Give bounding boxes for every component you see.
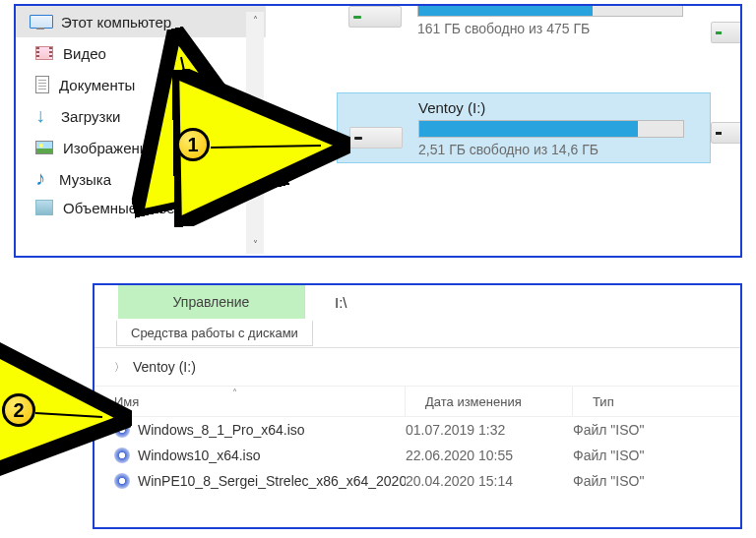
sidebar-item-video[interactable]: Видео (16, 37, 266, 69)
drive-usage-bar (418, 120, 684, 138)
sidebar-label: Загрузки (61, 108, 120, 125)
documents-icon (35, 76, 49, 93)
file-name: Windows10_x64.iso (138, 448, 261, 463)
drive-ventoy[interactable]: Ventoy (I:) 2,51 ГБ свободно из 14,6 ГБ (337, 92, 711, 163)
ribbon-subtab-row: Средства работы с дисками (94, 319, 740, 348)
address-bar[interactable]: I:\ (305, 285, 347, 319)
drive-usage-bar (417, 4, 683, 17)
music-icon (35, 170, 49, 188)
sidebar-item-music[interactable]: Музыка (16, 163, 266, 195)
sidebar-item-downloads[interactable]: Загрузки (16, 100, 266, 132)
pc-icon (30, 15, 51, 29)
sidebar-item-3d-objects[interactable]: Объемные объекты (16, 195, 266, 220)
drive-free-text: 161 ГБ свободно из 475 ГБ (417, 21, 703, 36)
panel-folder-contents: Управление I:\ Средства работы с дисками… (93, 283, 742, 529)
column-header-date[interactable]: Дата изменения (406, 387, 573, 416)
drive-ventoy-icon (346, 105, 405, 150)
drive-side-icon[interactable] (711, 22, 742, 43)
sidebar-label: Видео (63, 45, 106, 62)
iso-file-icon (114, 422, 130, 438)
ribbon-tab-manage[interactable]: Управление (118, 285, 305, 319)
file-name: Windows_8_1_Pro_x64.iso (138, 422, 305, 438)
file-type: Файл "ISO" (573, 422, 644, 438)
navigation-pane: Этот компьютер Видео Документы Загрузки … (16, 6, 266, 256)
sidebar-item-this-pc[interactable]: Этот компьютер (16, 6, 266, 37)
column-headers: Имя ˄ Дата изменения Тип (94, 386, 740, 417)
file-date: 20.04.2020 15:14 (406, 473, 573, 489)
drive-free-text: 2,51 ГБ свободно из 14,6 ГБ (418, 142, 702, 157)
drive-area: Windows 10 (C:) 161 ГБ свободно из 475 Г… (268, 6, 740, 256)
ribbon: Управление I:\ (94, 285, 740, 319)
iso-file-icon (114, 448, 130, 463)
file-date: 22.06.2020 10:55 (406, 448, 573, 463)
file-name: WinPE10_8_Sergei_Strelec_x86_x64_2020...… (138, 473, 406, 489)
objects-3d-icon (35, 200, 53, 215)
scroll-up-button[interactable]: ˄ (246, 12, 264, 30)
sidebar-label: Этот компьютер (61, 14, 171, 30)
column-header-type[interactable]: Тип (573, 394, 614, 409)
drive-c-icon (345, 4, 404, 30)
sidebar-item-documents[interactable]: Документы (16, 69, 266, 100)
sidebar-label: Объемные объекты (63, 200, 199, 216)
breadcrumb-item[interactable]: Ventoy (I:) (133, 359, 196, 375)
sidebar-label: Документы (59, 77, 135, 93)
file-row[interactable]: Windows10_x64.iso 22.06.2020 10:55 Файл … (94, 443, 740, 468)
file-row[interactable]: WinPE10_8_Sergei_Strelec_x86_x64_2020...… (94, 468, 740, 494)
sidebar-label: Музыка (59, 171, 111, 188)
ribbon-subtab-disk-tools[interactable]: Средства работы с дисками (116, 321, 313, 346)
scroll-down-button[interactable]: ˅ (246, 236, 264, 254)
sidebar-label: Изображения (63, 140, 156, 156)
video-icon (35, 46, 53, 60)
annotation-badge-1: 1 (176, 128, 210, 161)
panel-this-pc: Этот компьютер Видео Документы Загрузки … (14, 4, 742, 258)
file-row[interactable]: Windows_8_1_Pro_x64.iso 01.07.2019 1:32 … (94, 417, 740, 443)
sidebar-scrollbar[interactable]: ˄ ˅ (246, 12, 264, 254)
file-date: 01.07.2019 1:32 (406, 422, 573, 438)
annotation-badge-2: 2 (2, 393, 35, 427)
drive-title: Ventoy (I:) (418, 99, 702, 116)
chevron-right-icon: 〉 (114, 360, 125, 375)
drive-side-icon[interactable] (711, 122, 742, 144)
sidebar-item-images[interactable]: Изображения (16, 132, 266, 163)
images-icon (35, 141, 53, 154)
sort-asc-icon: ˄ (232, 388, 237, 398)
downloads-icon (35, 108, 51, 124)
column-header-name[interactable]: Имя (94, 387, 406, 416)
breadcrumb[interactable]: 〉 Ventoy (I:) (94, 348, 740, 386)
drive-c[interactable]: Windows 10 (C:) 161 ГБ свободно из 475 Г… (337, 4, 711, 43)
iso-file-icon (114, 473, 130, 489)
file-type: Файл "ISO" (573, 448, 644, 463)
file-type: Файл "ISO" (573, 473, 644, 489)
